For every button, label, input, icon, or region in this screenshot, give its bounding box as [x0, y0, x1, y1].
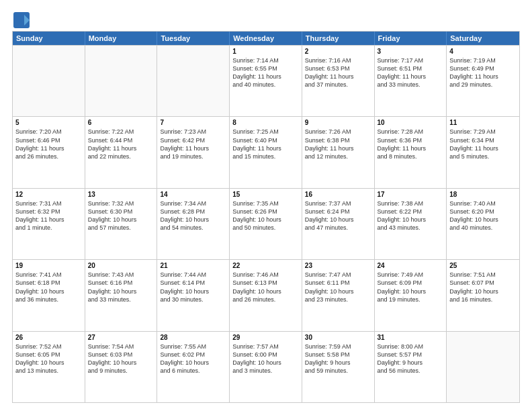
day-number: 12	[15, 191, 82, 198]
cell-info-line: Sunset: 6:42 PM	[160, 136, 226, 144]
cell-info-line: and 1 minute.	[15, 224, 82, 232]
cell-info-line: Sunrise: 7:16 AM	[305, 56, 371, 64]
cell-info-line: and 3 minutes.	[232, 367, 299, 375]
calendar-row-1: 5Sunrise: 7:20 AMSunset: 6:46 PMDaylight…	[13, 116, 519, 187]
day-number: 30	[305, 334, 371, 341]
cell-info-line: Daylight: 11 hours	[88, 144, 154, 152]
day-number: 27	[88, 334, 154, 341]
cell-info-line: Sunrise: 7:29 AM	[449, 128, 517, 136]
cell-info-line: and 40 minutes.	[449, 224, 517, 232]
cell-info-line: Sunrise: 7:55 AM	[160, 342, 226, 351]
cell-info-line: Daylight: 10 hours	[305, 287, 371, 295]
cell-info-line: and 16 minutes.	[449, 295, 517, 304]
header-day-thursday: Thursday	[302, 32, 375, 45]
cell-info-line: and 29 minutes.	[449, 81, 517, 89]
cell-info-line: Sunrise: 7:51 AM	[449, 271, 517, 279]
cell-info-line: Sunset: 6:49 PM	[449, 64, 517, 73]
calendar-cell: 8Sunrise: 7:25 AMSunset: 6:40 PMDaylight…	[230, 117, 302, 187]
cell-info-line: Sunrise: 7:41 AM	[15, 271, 82, 279]
day-number: 14	[160, 191, 226, 198]
day-number: 18	[449, 191, 517, 198]
cell-info-line: Sunset: 6:05 PM	[15, 351, 82, 359]
header-day-friday: Friday	[375, 32, 447, 45]
cell-info-line: Sunrise: 7:57 AM	[232, 342, 299, 351]
cell-info-line: Daylight: 11 hours	[232, 73, 299, 81]
cell-info-line: Daylight: 11 hours	[305, 73, 371, 81]
header-day-tuesday: Tuesday	[157, 32, 230, 45]
cell-info-line: and 6 minutes.	[160, 367, 226, 375]
cell-info-line: Daylight: 9 hours	[305, 359, 371, 367]
cell-info-line: Sunset: 6:46 PM	[15, 136, 82, 144]
logo-icon	[12, 11, 28, 27]
cell-info-line: Sunrise: 7:35 AM	[232, 199, 299, 208]
header-day-sunday: Sunday	[13, 32, 85, 45]
cell-info-line: Sunrise: 7:22 AM	[88, 128, 154, 136]
day-number: 7	[160, 119, 226, 126]
cell-info-line: Sunset: 6:24 PM	[305, 208, 371, 216]
cell-info-line: and 57 minutes.	[88, 224, 154, 232]
day-number: 20	[88, 262, 154, 269]
calendar-cell	[447, 332, 519, 402]
day-number: 19	[15, 262, 82, 269]
cell-info-line: Sunset: 6:22 PM	[378, 208, 444, 216]
cell-info-line: Daylight: 10 hours	[160, 287, 226, 295]
cell-info-line: and 9 minutes.	[88, 367, 154, 375]
cell-info-line: Sunrise: 7:47 AM	[305, 271, 371, 279]
cell-info-line: and 19 minutes.	[378, 295, 444, 304]
calendar-cell	[85, 46, 158, 116]
cell-info-line: Daylight: 10 hours	[378, 287, 444, 295]
logo	[12, 11, 31, 27]
cell-info-line: Sunset: 5:58 PM	[305, 351, 371, 359]
cell-info-line: Daylight: 10 hours	[449, 287, 517, 295]
cell-info-line: Daylight: 10 hours	[378, 216, 444, 224]
calendar-cell	[157, 46, 230, 116]
cell-info-line: and 47 minutes.	[305, 224, 371, 232]
cell-info-line: Daylight: 10 hours	[160, 359, 226, 367]
calendar-cell: 30Sunrise: 7:59 AMSunset: 5:58 PMDayligh…	[302, 332, 375, 402]
cell-info-line: Sunrise: 7:20 AM	[15, 128, 82, 136]
calendar-cell: 11Sunrise: 7:29 AMSunset: 6:34 PMDayligh…	[447, 117, 519, 187]
cell-info-line: and 36 minutes.	[15, 295, 82, 304]
cell-info-line: Sunrise: 7:32 AM	[88, 199, 154, 208]
calendar-cell: 29Sunrise: 7:57 AMSunset: 6:00 PMDayligh…	[230, 332, 302, 402]
calendar-cell: 6Sunrise: 7:22 AMSunset: 6:44 PMDaylight…	[85, 117, 158, 187]
calendar-cell: 13Sunrise: 7:32 AMSunset: 6:30 PMDayligh…	[85, 189, 158, 259]
cell-info-line: Sunset: 6:36 PM	[378, 136, 444, 144]
cell-info-line: Daylight: 10 hours	[88, 287, 154, 295]
calendar-cell: 17Sunrise: 7:38 AMSunset: 6:22 PMDayligh…	[375, 189, 447, 259]
cell-info-line: Sunset: 6:30 PM	[88, 208, 154, 216]
cell-info-line: Daylight: 9 hours	[378, 359, 444, 367]
cell-info-line: Sunset: 6:00 PM	[232, 351, 299, 359]
calendar-cell: 27Sunrise: 7:54 AMSunset: 6:03 PMDayligh…	[85, 332, 158, 402]
calendar-cell: 3Sunrise: 7:17 AMSunset: 6:51 PMDaylight…	[375, 46, 447, 116]
cell-info-line: and 54 minutes.	[160, 224, 226, 232]
cell-info-line: Sunrise: 7:38 AM	[378, 199, 444, 208]
cell-info-line: Daylight: 10 hours	[160, 216, 226, 224]
page: SundayMondayTuesdayWednesdayThursdayFrid…	[0, 0, 532, 411]
cell-info-line: Sunset: 6:18 PM	[15, 279, 82, 287]
calendar-cell: 31Sunrise: 8:00 AMSunset: 5:57 PMDayligh…	[375, 332, 447, 402]
cell-info-line: Sunset: 6:32 PM	[15, 208, 82, 216]
cell-info-line: Sunset: 6:07 PM	[449, 279, 517, 287]
calendar-cell: 25Sunrise: 7:51 AMSunset: 6:07 PMDayligh…	[447, 260, 519, 330]
cell-info-line: Sunrise: 7:59 AM	[305, 342, 371, 351]
cell-info-line: Sunset: 6:28 PM	[160, 208, 226, 216]
cell-info-line: and 59 minutes.	[305, 367, 371, 375]
cell-info-line: Sunrise: 7:46 AM	[232, 271, 299, 279]
calendar-cell: 5Sunrise: 7:20 AMSunset: 6:46 PMDaylight…	[13, 117, 85, 187]
cell-info-line: and 12 minutes.	[305, 152, 371, 161]
cell-info-line: Sunrise: 7:14 AM	[232, 56, 299, 64]
cell-info-line: Sunset: 6:13 PM	[232, 279, 299, 287]
cell-info-line: Sunrise: 7:25 AM	[232, 128, 299, 136]
cell-info-line: Daylight: 11 hours	[15, 144, 82, 152]
calendar-cell: 1Sunrise: 7:14 AMSunset: 6:55 PMDaylight…	[230, 46, 302, 116]
calendar-row-3: 19Sunrise: 7:41 AMSunset: 6:18 PMDayligh…	[13, 259, 519, 330]
cell-info-line: Daylight: 11 hours	[305, 144, 371, 152]
header-day-saturday: Saturday	[447, 32, 519, 45]
day-number: 23	[305, 262, 371, 269]
day-number: 22	[232, 262, 299, 269]
day-number: 21	[160, 262, 226, 269]
cell-info-line: Sunset: 6:14 PM	[160, 279, 226, 287]
calendar-header: SundayMondayTuesdayWednesdayThursdayFrid…	[13, 32, 519, 45]
calendar-cell: 23Sunrise: 7:47 AMSunset: 6:11 PMDayligh…	[302, 260, 375, 330]
